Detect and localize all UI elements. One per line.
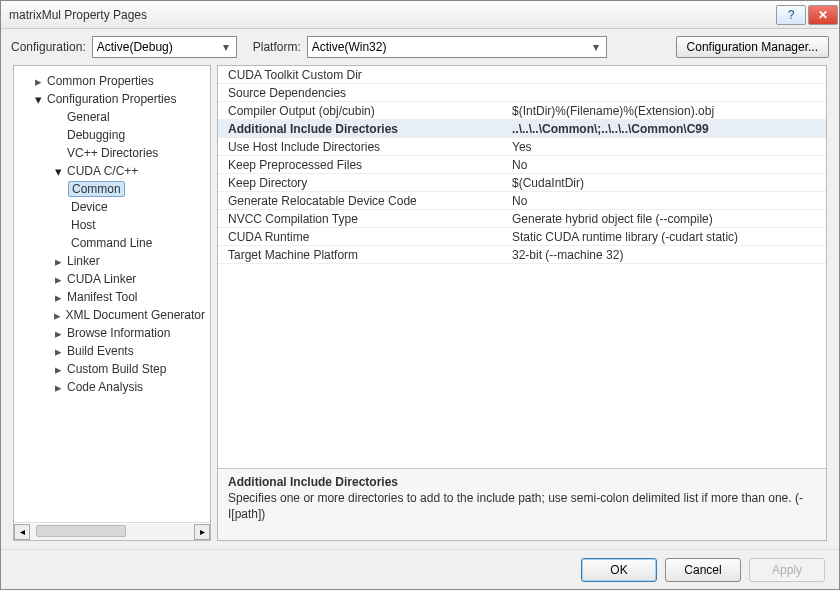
property-value[interactable]: 32-bit (--machine 32) <box>508 248 826 262</box>
config-toolbar: Configuration: Active(Debug) ▾ Platform:… <box>1 29 839 65</box>
property-row[interactable]: Keep Directory$(CudaIntDir) <box>218 174 826 192</box>
category-tree[interactable]: Common Properties Configuration Properti… <box>14 66 210 522</box>
property-row[interactable]: Additional Include Directories..\..\..\C… <box>218 120 826 138</box>
close-button[interactable]: ✕ <box>808 5 838 25</box>
collapse-icon[interactable] <box>52 164 64 179</box>
expand-icon[interactable] <box>52 326 64 341</box>
cancel-button[interactable]: Cancel <box>665 558 741 582</box>
description-text: Specifies one or more directories to add… <box>228 491 816 522</box>
tree-item-vcpp-directories[interactable]: VC++ Directories <box>16 144 208 162</box>
property-name: Keep Directory <box>218 176 508 190</box>
property-name: Source Dependencies <box>218 86 508 100</box>
tree-hscrollbar[interactable]: ◂ ▸ <box>14 522 210 540</box>
platform-combo[interactable]: Active(Win32) ▾ <box>307 36 607 58</box>
window-title: matrixMul Property Pages <box>9 8 775 22</box>
platform-value: Active(Win32) <box>312 40 387 54</box>
description-pane: Additional Include Directories Specifies… <box>218 468 826 540</box>
collapse-icon[interactable] <box>32 92 44 107</box>
property-value[interactable]: Generate hybrid object file (--compile) <box>508 212 826 226</box>
expand-icon[interactable] <box>52 290 64 305</box>
property-row[interactable]: NVCC Compilation TypeGenerate hybrid obj… <box>218 210 826 228</box>
tree-item-xml-doc-generator[interactable]: XML Document Generator <box>16 306 208 324</box>
chevron-down-icon: ▾ <box>218 39 234 55</box>
property-name: Target Machine Platform <box>218 248 508 262</box>
property-value[interactable]: $(CudaIntDir) <box>508 176 826 190</box>
property-pages-dialog: matrixMul Property Pages ? ✕ Configurati… <box>0 0 840 590</box>
property-name: Compiler Output (obj/cubin) <box>218 104 508 118</box>
property-row[interactable]: Source Dependencies <box>218 84 826 102</box>
tree-item-build-events[interactable]: Build Events <box>16 342 208 360</box>
tree-item-code-analysis[interactable]: Code Analysis <box>16 378 208 396</box>
property-row[interactable]: Compiler Output (obj/cubin)$(IntDir)%(Fi… <box>218 102 826 120</box>
property-row[interactable]: Keep Preprocessed FilesNo <box>218 156 826 174</box>
expand-icon[interactable] <box>52 380 64 395</box>
property-value[interactable]: No <box>508 194 826 208</box>
titlebar: matrixMul Property Pages ? ✕ <box>1 1 839 29</box>
expand-icon[interactable] <box>52 272 64 287</box>
expand-icon[interactable] <box>32 74 44 89</box>
expand-icon[interactable] <box>52 254 64 269</box>
property-name: NVCC Compilation Type <box>218 212 508 226</box>
tree-item-common[interactable]: Common <box>16 180 208 198</box>
configuration-label: Configuration: <box>11 40 86 54</box>
property-row[interactable]: CUDA RuntimeStatic CUDA runtime library … <box>218 228 826 246</box>
tree-item-common-properties[interactable]: Common Properties <box>16 72 208 90</box>
property-name: Keep Preprocessed Files <box>218 158 508 172</box>
configuration-combo[interactable]: Active(Debug) ▾ <box>92 36 237 58</box>
button-bar: OK Cancel Apply <box>1 549 839 589</box>
property-row[interactable]: Use Host Include DirectoriesYes <box>218 138 826 156</box>
help-button[interactable]: ? <box>776 5 806 25</box>
tree-item-device[interactable]: Device <box>16 198 208 216</box>
tree-item-linker[interactable]: Linker <box>16 252 208 270</box>
property-value[interactable]: ..\..\..\Common\;..\..\..\Common\C99 <box>508 122 826 136</box>
property-name: Additional Include Directories <box>218 122 508 136</box>
tree-item-command-line[interactable]: Command Line <box>16 234 208 252</box>
tree-item-general[interactable]: General <box>16 108 208 126</box>
property-value[interactable]: $(IntDir)%(Filename)%(Extension).obj <box>508 104 826 118</box>
property-name: Use Host Include Directories <box>218 140 508 154</box>
tree-item-cuda-linker[interactable]: CUDA Linker <box>16 270 208 288</box>
property-name: Generate Relocatable Device Code <box>218 194 508 208</box>
platform-label: Platform: <box>253 40 301 54</box>
scroll-track[interactable] <box>30 524 194 540</box>
content-area: Common Properties Configuration Properti… <box>1 65 839 549</box>
scroll-left-button[interactable]: ◂ <box>14 524 30 540</box>
property-row[interactable]: Generate Relocatable Device CodeNo <box>218 192 826 210</box>
property-value[interactable]: Yes <box>508 140 826 154</box>
expand-icon[interactable] <box>52 362 64 377</box>
property-value[interactable]: No <box>508 158 826 172</box>
property-name: CUDA Toolkit Custom Dir <box>218 68 508 82</box>
scroll-thumb[interactable] <box>36 525 126 537</box>
property-row[interactable]: CUDA Toolkit Custom Dir <box>218 66 826 84</box>
tree-item-manifest-tool[interactable]: Manifest Tool <box>16 288 208 306</box>
help-icon: ? <box>788 8 795 22</box>
tree-item-host[interactable]: Host <box>16 216 208 234</box>
scroll-right-button[interactable]: ▸ <box>194 524 210 540</box>
property-pane: CUDA Toolkit Custom DirSource Dependenci… <box>217 65 827 541</box>
apply-button: Apply <box>749 558 825 582</box>
chevron-down-icon: ▾ <box>588 39 604 55</box>
tree-pane: Common Properties Configuration Properti… <box>13 65 211 541</box>
expand-icon[interactable] <box>52 308 62 323</box>
expand-icon[interactable] <box>52 344 64 359</box>
property-row[interactable]: Target Machine Platform32-bit (--machine… <box>218 246 826 264</box>
property-grid[interactable]: CUDA Toolkit Custom DirSource Dependenci… <box>218 66 826 468</box>
description-title: Additional Include Directories <box>228 475 816 489</box>
tree-item-debugging[interactable]: Debugging <box>16 126 208 144</box>
tree-item-cuda-cpp[interactable]: CUDA C/C++ <box>16 162 208 180</box>
tree-item-configuration-properties[interactable]: Configuration Properties <box>16 90 208 108</box>
tree-item-browse-information[interactable]: Browse Information <box>16 324 208 342</box>
property-name: CUDA Runtime <box>218 230 508 244</box>
ok-button[interactable]: OK <box>581 558 657 582</box>
tree-item-custom-build-step[interactable]: Custom Build Step <box>16 360 208 378</box>
configuration-value: Active(Debug) <box>97 40 173 54</box>
close-icon: ✕ <box>818 8 828 22</box>
configuration-manager-button[interactable]: Configuration Manager... <box>676 36 829 58</box>
property-value[interactable]: Static CUDA runtime library (-cudart sta… <box>508 230 826 244</box>
